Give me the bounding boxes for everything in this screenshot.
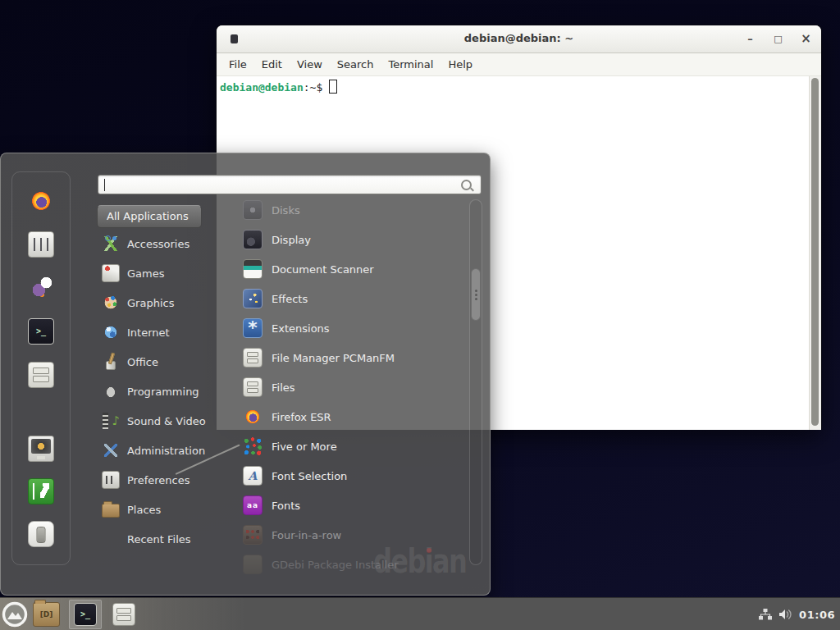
favorite-firefox[interactable] — [28, 188, 54, 214]
category-item-internet[interactable]: Internet — [97, 317, 236, 347]
category-label: Places — [127, 504, 161, 516]
cinnamon-logo-icon — [2, 601, 28, 628]
menu-file[interactable]: File — [221, 55, 254, 74]
app-item-extensions[interactable]: * Extensions — [237, 313, 470, 343]
prompt-line: debian@debian:~$ — [217, 76, 821, 95]
taskbar-files-button[interactable] — [107, 600, 140, 629]
folder-launcher[interactable]: [D] — [33, 602, 60, 627]
menu-scrollbar[interactable] — [469, 199, 482, 565]
fourrow-icon — [243, 525, 262, 545]
menu-search[interactable]: Search — [330, 55, 381, 74]
terminal-icon: >_ — [74, 603, 97, 626]
extensions-icon: * — [243, 318, 262, 338]
programming-icon — [102, 382, 120, 400]
files-icon — [112, 603, 135, 626]
category-item-places[interactable]: Places — [97, 495, 236, 524]
category-label: Preferences — [127, 474, 189, 486]
menu-terminal[interactable]: Terminal — [381, 55, 441, 74]
application-menu: >_ All Applications — [0, 153, 491, 596]
taskbar: [D] >_ 01:06 — [0, 597, 840, 630]
category-item-games[interactable]: Games — [97, 258, 236, 288]
search-icon — [461, 180, 472, 190]
menu-view[interactable]: View — [290, 55, 330, 74]
app-item-files[interactable]: Files — [237, 372, 470, 402]
window-controls: – □ × — [745, 25, 811, 52]
scrollbar-grip-icon — [475, 294, 477, 296]
folder-launcher-label: [D] — [40, 610, 53, 619]
menu-search-input[interactable] — [98, 176, 481, 194]
menu-edit[interactable]: Edit — [254, 55, 290, 74]
category-item-programming[interactable]: Programming — [97, 377, 236, 406]
close-button[interactable]: × — [801, 33, 811, 45]
app-item-disks[interactable]: Disks — [237, 195, 470, 225]
category-item-sound-video[interactable]: ♪ Sound & Video — [97, 406, 236, 436]
category-item-graphics[interactable]: Graphics — [97, 288, 236, 317]
app-label: Font Selection — [272, 470, 347, 482]
effects-icon — [243, 289, 262, 308]
cabinet-icon — [243, 348, 262, 368]
desktop: debian@debian: ~ – □ × File Edit View Se… — [0, 0, 840, 630]
app-label: Five or More — [272, 441, 337, 453]
terminal-scrollbar[interactable] — [809, 76, 821, 430]
favorites-rail: >_ — [11, 171, 71, 565]
category-item-office[interactable]: Office — [97, 347, 236, 377]
menu-button[interactable] — [2, 601, 28, 628]
volume-icon[interactable] — [778, 608, 793, 621]
menu-help[interactable]: Help — [441, 55, 480, 74]
session-button-shut-down[interactable] — [28, 521, 54, 547]
app-item-font-selection[interactable]: A Font Selection — [237, 461, 470, 491]
category-item-accessories[interactable]: Accessories — [97, 229, 236, 258]
app-item-firefox-esr[interactable]: Firefox ESR — [237, 402, 470, 431]
session-button-lock-screen[interactable] — [28, 436, 54, 462]
app-label: Extensions — [272, 322, 330, 335]
app-item-effects[interactable]: Effects — [237, 284, 470, 313]
category-label: Games — [127, 267, 164, 280]
category-item-preferences[interactable]: Preferences — [97, 465, 236, 495]
app-label: Four-in-a-row — [272, 529, 341, 541]
terminal-cursor — [329, 80, 337, 94]
app-label: Display — [272, 234, 311, 246]
taskbar-terminal-button[interactable]: >_ — [69, 600, 102, 629]
favorite-files[interactable] — [28, 362, 54, 388]
app-label: Document Scanner — [272, 263, 374, 276]
app-label: Firefox ESR — [272, 411, 331, 423]
network-icon[interactable] — [758, 608, 773, 621]
gdebi-icon — [243, 555, 262, 574]
category-label: Recent Files — [127, 533, 191, 546]
app-item-document-scanner[interactable]: Document Scanner — [237, 254, 470, 284]
session-group — [28, 436, 54, 547]
app-item-five-or-more[interactable]: Five or More — [237, 431, 470, 461]
favorite-pidgin[interactable] — [28, 275, 54, 301]
clock[interactable]: 01:06 — [799, 609, 835, 621]
favorite-terminal[interactable]: >_ — [28, 318, 54, 345]
favorite-system-settings[interactable] — [28, 231, 54, 258]
terminal-titlebar[interactable]: debian@debian: ~ – □ × — [217, 25, 821, 53]
fonts-icon: aa — [243, 495, 262, 515]
category-label: Sound & Video — [127, 415, 206, 427]
minimize-button[interactable]: – — [745, 34, 756, 44]
category-item-recent-files[interactable]: Recent Files — [97, 524, 236, 554]
preferences-icon — [102, 471, 120, 489]
app-item-file-manager-pcmanfm[interactable]: File Manager PCManFM — [237, 343, 470, 372]
terminal-scrollbar-thumb[interactable] — [811, 78, 819, 426]
games-icon — [102, 264, 120, 282]
session-button-log-out[interactable] — [28, 478, 54, 504]
category-label: Accessories — [127, 238, 189, 250]
text-caret — [104, 179, 105, 191]
category-label: Internet — [127, 326, 170, 339]
maximize-button[interactable]: □ — [773, 34, 783, 43]
app-item-display[interactable]: Display — [237, 225, 470, 254]
application-list: Disks Display Document Scanner Effects — [237, 195, 470, 579]
window-title: debian@debian: ~ — [217, 32, 821, 44]
category-item-administration[interactable]: Administration — [97, 436, 236, 465]
menu-scrollbar-thumb[interactable] — [471, 268, 481, 321]
admin-icon — [102, 441, 120, 459]
display-icon — [243, 230, 262, 249]
app-item-fonts[interactable]: aa Fonts — [237, 491, 470, 520]
all-applications-button[interactable]: All Applications — [97, 205, 202, 228]
accessories-icon — [102, 235, 120, 253]
category-list: Accessories Games Graphics Internet — [97, 229, 236, 554]
prompt-user-host: debian@debian — [220, 81, 304, 94]
office-icon — [102, 353, 120, 371]
firefox-icon — [243, 407, 262, 427]
